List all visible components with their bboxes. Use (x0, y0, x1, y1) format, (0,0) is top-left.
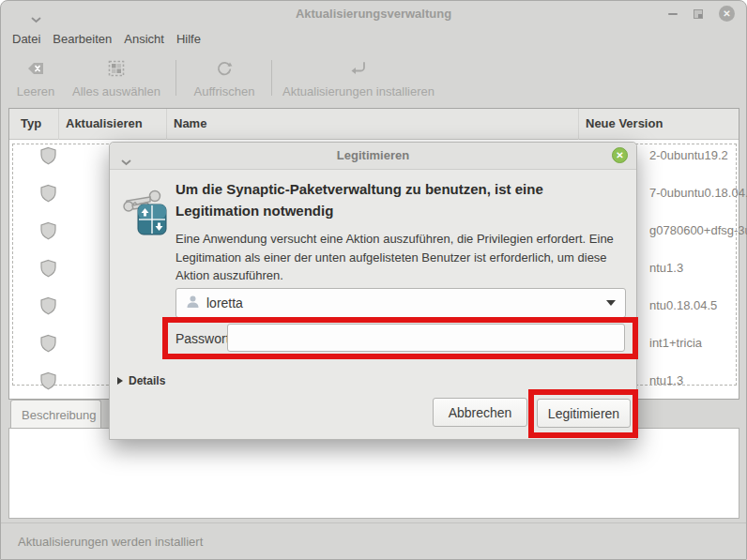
header-separator (166, 109, 167, 140)
minimize-icon[interactable] (668, 13, 678, 15)
authenticate-button[interactable]: Legitimieren (537, 399, 631, 428)
shield-icon (39, 259, 57, 281)
toolbar-label: Leeren (17, 84, 54, 98)
screenshot-stage: Aktualisierungsverwaltung ✕ Datei Bearbe… (0, 0, 747, 560)
refresh-icon (216, 60, 233, 81)
version-cell[interactable]: ntu1.3 (649, 261, 683, 275)
shield-icon (39, 296, 57, 319)
description-pane (8, 428, 739, 519)
menu-ansicht[interactable]: Ansicht (124, 30, 164, 48)
expander-arrow-icon (117, 377, 123, 385)
install-icon (349, 60, 368, 81)
menu-datei[interactable]: Datei (12, 30, 40, 48)
select-all-icon (108, 60, 125, 81)
shield-icon (39, 371, 57, 394)
update-manager-window: Aktualisierungsverwaltung ✕ Datei Bearbe… (0, 0, 747, 560)
clear-icon (25, 60, 46, 81)
version-cell[interactable]: int1+tricia (649, 336, 702, 350)
details-label: Details (129, 374, 165, 387)
tab-beschreibung[interactable]: Beschreibung (10, 400, 101, 429)
column-header-neue-version[interactable]: Neue Version (586, 116, 663, 130)
password-label: Passwort: (175, 331, 233, 346)
table-header: Typ Aktualisieren Name Neue Version (9, 109, 739, 140)
toolbar-separator (175, 60, 176, 96)
version-cell[interactable]: ntu0.18.04.5 (649, 298, 717, 312)
column-header-name[interactable]: Name (174, 116, 206, 130)
toolbar: Leeren Alles auswählen Auffrischen (1, 53, 746, 105)
window-title: Aktualisierungsverwaltung (1, 7, 746, 21)
toolbar-label: Alles auswählen (72, 84, 160, 98)
header-separator (578, 109, 579, 140)
details-expander[interactable]: Details (117, 374, 165, 387)
column-header-typ[interactable]: Typ (21, 116, 41, 130)
shield-icon (39, 334, 57, 356)
maximize-icon[interactable] (694, 9, 703, 19)
selected-user: loretta (206, 295, 243, 310)
shield-icon (39, 221, 57, 244)
user-select[interactable]: loretta (175, 288, 626, 318)
shield-icon (39, 184, 57, 206)
dialog-close-icon[interactable]: ✕ (612, 147, 628, 163)
cancel-button[interactable]: Abbrechen (433, 398, 527, 427)
column-header-aktualisieren[interactable]: Aktualisieren (66, 116, 143, 130)
clear-button[interactable]: Leeren (8, 60, 63, 98)
header-separator (58, 109, 59, 140)
menu-bearbeiten[interactable]: Bearbeiten (53, 30, 112, 48)
refresh-button[interactable]: Auffrischen (189, 60, 260, 98)
dialog-titlebar: Legitimieren ✕ (110, 143, 636, 170)
titlebar: Aktualisierungsverwaltung ✕ (1, 1, 746, 26)
dialog-heading: Um die Synaptic-Paketverwaltung zu benut… (175, 178, 626, 222)
install-updates-button[interactable]: Aktualisierungen installieren (282, 60, 434, 98)
version-cell[interactable]: ntu1.3 (649, 373, 683, 387)
dialog-title: Legitimieren (110, 148, 636, 162)
shield-icon (39, 146, 57, 169)
password-input[interactable] (227, 324, 625, 352)
user-icon (186, 295, 200, 312)
tab-label: Beschreibung (22, 408, 97, 422)
close-window-icon[interactable]: ✕ (719, 6, 735, 22)
version-cell[interactable]: 2-0ubuntu19.2 (649, 148, 728, 162)
auth-keys-icon (119, 186, 168, 240)
status-text: Aktualisierungen werden installiert (18, 535, 203, 549)
toolbar-separator (271, 60, 272, 96)
dialog-body-text: Eine Anwendung versucht eine Aktion ausz… (175, 230, 637, 285)
toolbar-label: Aktualisierungen installieren (282, 84, 434, 98)
toolbar-label: Auffrischen (194, 84, 255, 98)
chevron-down-icon (606, 300, 616, 306)
statusbar: Aktualisierungen werden installiert (1, 522, 746, 560)
menubar: Datei Bearbeiten Ansicht Hilfe (1, 26, 746, 51)
version-cell[interactable]: 7-0ubuntu0.18.04. (649, 186, 747, 200)
select-all-button[interactable]: Alles auswählen (69, 60, 164, 98)
menu-hilfe[interactable]: Hilfe (176, 30, 201, 48)
auth-dialog: Legitimieren ✕ (109, 142, 637, 440)
version-cell[interactable]: g0780600+dfsg-3u (649, 223, 747, 237)
